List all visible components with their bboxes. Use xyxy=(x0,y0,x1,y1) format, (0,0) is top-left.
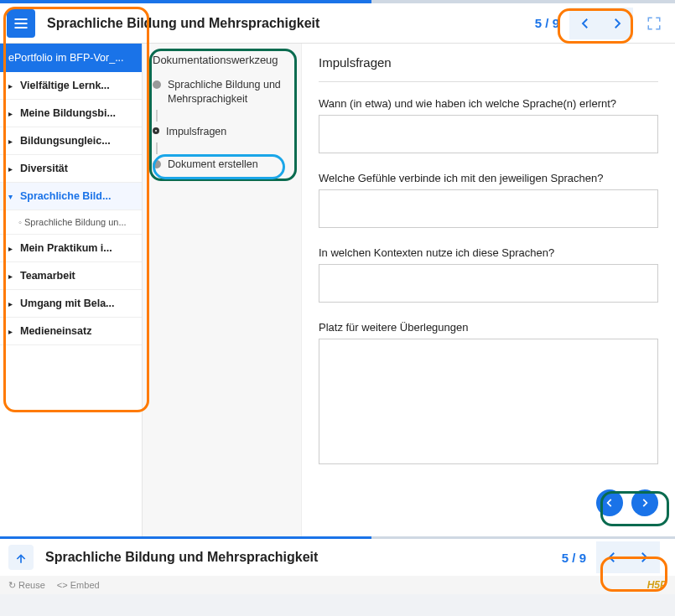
prev-button-bottom[interactable] xyxy=(596,541,628,573)
content-area: Impulsfragen Wann (in etwa) und wie habe… xyxy=(302,44,675,536)
caret-right-icon: ▸ xyxy=(8,164,15,173)
sidebar-item[interactable]: ▸Bildungsungleic... xyxy=(0,127,142,155)
prev-button-content[interactable] xyxy=(596,489,623,516)
sidebar-item[interactable]: ▸Meine Bildungsbi... xyxy=(0,100,142,127)
sidebar-item[interactable]: ▸Mein Praktikum i... xyxy=(0,235,142,262)
doc-tool-panel: Dokumentationswerkzeug Sprachliche Bildu… xyxy=(143,44,302,536)
sidebar-item-label: Vielfältige Lernk... xyxy=(20,80,110,91)
sidebar-item[interactable]: ▸Medieneinsatz xyxy=(0,318,142,345)
step-connector xyxy=(156,110,158,122)
footer: ↻ Reuse <> Embed H5P xyxy=(0,576,675,594)
sidebar-item[interactable]: ▸Teamarbeit xyxy=(0,262,142,290)
doc-step-label: Dokument erstellen xyxy=(168,158,258,172)
caret-right-icon: ▸ xyxy=(8,81,15,91)
bottom-page-indicator: 5 / 9 xyxy=(562,551,586,565)
chevron-right-icon xyxy=(639,497,651,509)
reuse-link[interactable]: ↻ Reuse xyxy=(8,580,45,591)
doc-step[interactable]: Impulsfragen xyxy=(148,122,296,142)
menu-toggle-button[interactable] xyxy=(7,9,35,38)
next-button-bottom[interactable] xyxy=(628,541,660,573)
caret-down-icon: ▾ xyxy=(8,192,15,201)
question-label: Welche Gefühle verbinde ich mit den jewe… xyxy=(319,172,658,184)
page-title: Sprachliche Bildung und Mehrsprachigkeit xyxy=(47,16,535,31)
caret-right-icon: ▸ xyxy=(8,244,15,253)
next-button-top[interactable] xyxy=(601,8,633,39)
next-button-content[interactable] xyxy=(631,489,658,516)
sidebar-item-label: Bildungsungleic... xyxy=(20,135,111,147)
sidebar-item-label: Umgang mit Bela... xyxy=(20,298,115,309)
answer-textarea[interactable] xyxy=(319,189,658,228)
sidebar-header[interactable]: ePortfolio im BFP-Vor_... xyxy=(0,44,142,72)
hamburger-icon xyxy=(13,15,29,32)
arrow-up-icon xyxy=(14,551,28,564)
step-connector xyxy=(156,142,158,154)
caret-right-icon: ▸ xyxy=(8,109,15,118)
top-bar: Sprachliche Bildung und Mehrsprachigkeit… xyxy=(0,3,675,44)
sidebar-item[interactable]: ▸Vielfältige Lernk... xyxy=(0,72,142,100)
top-nav-group xyxy=(569,8,633,39)
bottom-title: Sprachliche Bildung und Mehrsprachigkeit xyxy=(45,550,562,565)
chevron-left-icon xyxy=(604,497,615,509)
sidebar-item-label: Medieneinsatz xyxy=(20,325,91,337)
answer-textarea[interactable] xyxy=(319,115,658,153)
chevron-right-icon xyxy=(610,16,625,31)
doc-step[interactable]: Sprachliche Bildung und Mehrsprachigkeit xyxy=(148,75,296,110)
caret-right-icon: ▸ xyxy=(8,327,15,336)
sidebar: ePortfolio im BFP-Vor_... ▸Vielfältige L… xyxy=(0,44,143,536)
sidebar-item-label: Meine Bildungsbi... xyxy=(20,107,116,119)
sidebar-item[interactable]: ▾Sprachliche Bild... xyxy=(0,183,142,210)
chevron-left-icon xyxy=(605,550,620,565)
fullscreen-button[interactable] xyxy=(640,9,668,38)
fullscreen-icon xyxy=(646,16,662,31)
caret-right-icon: ▸ xyxy=(8,137,15,146)
sidebar-item[interactable]: ▸Umgang mit Bela... xyxy=(0,290,142,318)
sidebar-item-label: Mein Praktikum i... xyxy=(20,242,112,254)
doc-tool-heading: Dokumentationswerkzeug xyxy=(148,50,296,75)
embed-link[interactable]: <> Embed xyxy=(57,580,100,590)
sidebar-item-label: Diversität xyxy=(20,163,68,174)
question-label: Wann (in etwa) und wie haben ich welche … xyxy=(319,97,658,110)
h5p-brand: H5P xyxy=(647,579,667,591)
sidebar-item[interactable]: ▸Diversität xyxy=(0,155,142,183)
main-area: ePortfolio im BFP-Vor_... ▸Vielfältige L… xyxy=(0,44,675,536)
step-dot-icon xyxy=(153,160,161,168)
sidebar-item-label: Sprachliche Bild... xyxy=(20,190,111,202)
caret-right-icon: ▸ xyxy=(8,272,15,281)
doc-step-label: Sprachliche Bildung und Mehrsprachigkeit xyxy=(168,78,291,106)
answer-textarea[interactable] xyxy=(319,264,658,303)
step-dot-icon xyxy=(153,80,161,89)
content-nav-group xyxy=(319,489,658,516)
prev-button-top[interactable] xyxy=(569,8,601,39)
sidebar-item-label: Teamarbeit xyxy=(20,270,75,282)
answer-textarea[interactable] xyxy=(319,339,658,464)
chevron-right-icon xyxy=(636,550,652,565)
question-label: Platz für weitere Überlegungen xyxy=(319,321,658,334)
step-dot-icon xyxy=(153,127,159,134)
content-heading: Impulsfragen xyxy=(319,55,658,70)
doc-step-label: Impulsfragen xyxy=(166,125,226,139)
divider xyxy=(319,81,658,82)
bottom-bar: Sprachliche Bildung und Mehrsprachigkeit… xyxy=(0,539,675,576)
page-indicator: 5 / 9 xyxy=(535,16,559,30)
sidebar-sub-item[interactable]: Sprachliche Bildung un... xyxy=(0,210,142,235)
scroll-top-button[interactable] xyxy=(8,545,34,570)
bottom-nav-group xyxy=(596,541,660,573)
caret-right-icon: ▸ xyxy=(8,299,15,308)
chevron-left-icon xyxy=(578,16,593,31)
question-label: In welchen Kontexten nutze ich diese Spr… xyxy=(319,246,658,259)
doc-step[interactable]: Dokument erstellen xyxy=(148,154,296,175)
